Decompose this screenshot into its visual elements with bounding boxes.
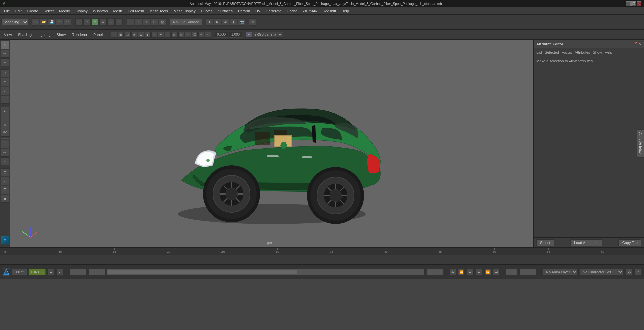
paint-tool[interactable]: ✏	[1, 149, 9, 157]
snap-together-tool[interactable]: ☷	[1, 140, 9, 148]
menu-mesh[interactable]: Mesh	[110, 8, 125, 14]
turtle-btn[interactable]: TURTLE	[29, 269, 46, 275]
redo-btn[interactable]: ↷	[64, 18, 71, 26]
step-fwd-btn[interactable]: ⏩	[484, 269, 491, 275]
menu-deform[interactable]: Deform	[235, 8, 253, 14]
select-tool-btn[interactable]: ←	[75, 18, 83, 26]
render-settings-btn[interactable]: ■	[206, 18, 213, 26]
vp-icon-7[interactable]: ○	[151, 32, 157, 38]
color-profile-dropdown[interactable]: sRGB gamma	[253, 32, 283, 38]
attr-editor-pin[interactable]: 📌	[634, 42, 637, 46]
show-menu[interactable]: Show	[54, 31, 69, 39]
last-tool-btn[interactable]: ▫	[115, 18, 123, 26]
vp-icon-4[interactable]: ■	[131, 32, 137, 38]
menu-modify[interactable]: Modify	[56, 8, 72, 14]
cam-btn[interactable]: 📷	[238, 18, 245, 26]
attr-editor-close[interactable]: ✕	[638, 42, 641, 46]
ipr-btn[interactable]: ▰	[222, 18, 229, 26]
manip-tool-l[interactable]: □	[1, 96, 9, 104]
lasso-tool[interactable]: ⚬	[1, 58, 9, 66]
menu-display[interactable]: Display	[73, 8, 90, 14]
quick-rename[interactable]: ■	[1, 195, 9, 203]
vp-icon-15[interactable]: ▪	[205, 32, 211, 38]
view-menu[interactable]: View	[1, 31, 15, 39]
far-clip-input[interactable]	[229, 32, 242, 38]
play-back-btn[interactable]: ◄	[467, 269, 474, 275]
render-btn[interactable]: ▶	[214, 18, 221, 26]
go-to-start-btn[interactable]: ⏮	[449, 269, 456, 275]
load-attributes-btn[interactable]: Load Attributes	[570, 239, 602, 246]
attr-nav-show[interactable]: Show	[593, 50, 602, 54]
next-track-btn[interactable]: ▸	[56, 269, 63, 275]
open-scene-btn[interactable]: 📂	[40, 18, 47, 26]
menu-3dtoall[interactable]: -3DtoAll-	[300, 8, 320, 14]
vp-icon-14[interactable]: ⚭	[198, 32, 204, 38]
scale-tool-l[interactable]: ▫	[1, 87, 9, 95]
rotate-tool-btn[interactable]: ↻	[99, 18, 107, 26]
show-render-btn[interactable]: ▮	[230, 18, 237, 26]
snap-curve-btn[interactable]: ◦	[135, 18, 142, 26]
vp-icon-3[interactable]: □	[125, 32, 131, 38]
snap-view-btn[interactable]: □	[151, 18, 158, 26]
scale-tool-btn[interactable]: ↔	[107, 18, 115, 26]
animation-range-track[interactable]	[107, 269, 424, 275]
attr-nav-attributes[interactable]: Attributes	[575, 50, 590, 54]
menu-edit[interactable]: Edit	[13, 8, 24, 14]
help-icon[interactable]: ?	[635, 269, 641, 275]
attr-nav-focus[interactable]: Focus	[562, 50, 572, 54]
xray-btn[interactable]: ▭	[249, 18, 256, 26]
panels-menu[interactable]: Panels	[91, 31, 107, 39]
vp-icon-9[interactable]: ◇	[165, 32, 171, 38]
color-profile-btn[interactable]: ■	[246, 32, 252, 38]
grid-btn[interactable]: ☷	[1, 186, 9, 194]
vertex-tool[interactable]: ■	[2, 109, 8, 114]
move-tool-btn[interactable]: ✚	[91, 18, 99, 26]
menu-file[interactable]: File	[1, 8, 13, 14]
attribute-editor-side-tab[interactable]: Attribute Editor	[637, 129, 644, 158]
vp-icon-6[interactable]: ◆	[145, 32, 151, 38]
snap-point-btn[interactable]: ○	[143, 18, 150, 26]
vp-icon-1[interactable]: ◻	[111, 32, 117, 38]
end-frame-input[interactable]: 120	[426, 269, 443, 275]
play-fwd-btn[interactable]: ►	[476, 269, 482, 275]
frame-input[interactable]: 1	[88, 269, 105, 275]
restore-button[interactable]: ❐	[631, 1, 636, 6]
timeline-ruler[interactable]: 1 5 10 15 20 25 30 35 40 45 50 55 60	[0, 248, 644, 255]
tool-settings[interactable]: ⚙	[1, 168, 9, 176]
sculpt-tool[interactable]: ▫	[1, 157, 9, 165]
menu-curves[interactable]: Curves	[198, 8, 215, 14]
vp-icon-2[interactable]: ◼	[118, 32, 124, 38]
no-character-set-dropdown[interactable]: No Character Set	[580, 269, 623, 275]
no-anim-layer-dropdown[interactable]: No Anim Layer	[543, 269, 578, 275]
close-button[interactable]: ✕	[637, 1, 641, 6]
rotate-tool-l[interactable]: ↻	[1, 78, 9, 86]
snap-grid-btn[interactable]: ☷	[127, 18, 134, 26]
minimize-button[interactable]: —	[626, 1, 631, 6]
edge-tool[interactable]: ━	[2, 116, 8, 121]
paint-select-tool[interactable]: ✏	[1, 50, 9, 58]
copy-tab-btn[interactable]: Copy Tab	[618, 239, 641, 246]
new-scene-btn[interactable]: ◻	[32, 18, 39, 26]
menu-generate[interactable]: Generate	[263, 8, 284, 14]
more-tools[interactable]: ▫	[1, 177, 9, 185]
menu-create[interactable]: Create	[24, 8, 41, 14]
save-scene-btn[interactable]: 💾	[48, 18, 55, 26]
lighting-menu[interactable]: Lighting	[35, 31, 53, 39]
mode-dropdown[interactable]: Modeling	[1, 19, 28, 25]
menu-uv[interactable]: UV	[253, 8, 263, 14]
near-clip-input[interactable]	[215, 32, 228, 38]
vp-icon-8[interactable]: ●	[158, 32, 164, 38]
vp-icon-11[interactable]: ▱	[178, 32, 184, 38]
menu-edit-mesh[interactable]: Edit Mesh	[125, 8, 147, 14]
menu-windows[interactable]: Windows	[90, 8, 111, 14]
vp-icon-12[interactable]: ▫	[185, 32, 191, 38]
viewport[interactable]: persp x y z	[10, 40, 533, 248]
select-tool[interactable]: ↖	[1, 41, 9, 49]
attr-nav-help[interactable]: Help	[605, 50, 612, 54]
lasso-select-btn[interactable]: ⚬	[83, 18, 91, 26]
menu-redshift[interactable]: Redshift	[320, 8, 339, 14]
renderer-menu[interactable]: Renderer	[69, 31, 90, 39]
vp-icon-10[interactable]: ▷	[171, 32, 178, 38]
menu-surfaces[interactable]: Surfaces	[215, 8, 235, 14]
uvset-tool[interactable]: UV	[2, 130, 8, 135]
